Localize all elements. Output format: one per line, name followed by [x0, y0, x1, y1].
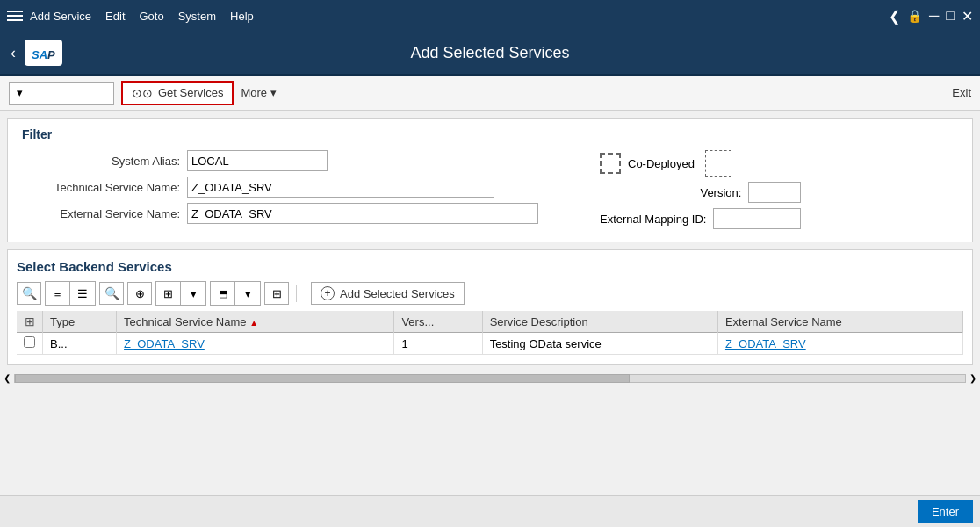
scroll-right-icon[interactable]: ❯ — [969, 373, 976, 383]
service-dropdown[interactable]: ▾ — [9, 82, 114, 105]
page-title: Add Selected Services — [410, 44, 569, 62]
toolbar: ▾ ⊙⊙ Get Services More ▾ Exit — [0, 76, 980, 111]
col-tech-name: Technical Service Name ▲ — [117, 311, 394, 333]
backend-toolbar: 🔍 ≡ ☰ 🔍 ⊕ ⊞ ▾ ⬒ ▾ ⊞ + Add Selected Servi… — [17, 281, 963, 306]
menu-goto[interactable]: Goto — [140, 10, 164, 23]
row-select-checkbox[interactable] — [24, 336, 35, 348]
sort-indicator: ▲ — [249, 318, 258, 328]
scroll-track[interactable] — [14, 374, 966, 383]
more-button[interactable]: More ▾ — [241, 86, 277, 99]
filter-content: System Alias: Technical Service Name: Ex… — [22, 150, 958, 229]
system-alias-label: System Alias: — [22, 155, 180, 168]
table-container: ⊞ Type Technical Service Name ▲ Vers... … — [17, 311, 963, 355]
list-view-button[interactable]: ≡ — [46, 282, 70, 305]
get-services-label: Get Services — [158, 86, 223, 99]
add-selected-services-button[interactable]: + Add Selected Services — [311, 282, 465, 305]
menu-system[interactable]: System — [178, 10, 216, 23]
export-button[interactable]: ⬒ — [211, 282, 235, 305]
version-row: Version: — [600, 182, 801, 203]
nav-back-icon[interactable]: ❮ — [889, 8, 900, 25]
menu-add-service[interactable]: Add Service — [30, 10, 91, 23]
export-group: ⬒ ▾ — [210, 281, 261, 306]
tech-service-input[interactable] — [187, 177, 494, 198]
menu-help[interactable]: Help — [230, 10, 254, 23]
backend-title: Select Backend Services — [17, 259, 963, 274]
sap-logo-area: ‹ SAP — [7, 40, 62, 66]
col-version: Vers... — [394, 311, 482, 333]
filter-right: Co-Deployed Version: External Mapping ID… — [573, 150, 801, 229]
co-deployed-checkbox[interactable] — [600, 153, 621, 174]
add-services-label: Add Selected Services — [340, 287, 455, 300]
tech-name-link[interactable]: Z_ODATA_SRV — [124, 337, 205, 350]
table-row: B... Z_ODATA_SRV 1 Testing OData service… — [17, 333, 963, 355]
hamburger-menu[interactable] — [7, 11, 23, 21]
version-label: Version: — [700, 186, 741, 199]
tech-service-label: Technical Service Name: — [22, 181, 180, 194]
export-chevron-button[interactable]: ▾ — [235, 282, 260, 305]
system-alias-row: System Alias: — [22, 150, 538, 171]
exit-button[interactable]: Exit — [952, 86, 971, 99]
ext-service-row: External Service Name: — [22, 203, 538, 224]
table-header-row: ⊞ Type Technical Service Name ▲ Vers... … — [17, 311, 963, 333]
ext-mapping-label: External Mapping ID: — [600, 213, 706, 226]
title-bar-controls: ❮ 🔒 ─ □ ✕ — [889, 8, 973, 25]
col-ext-name: External Service Name — [717, 311, 962, 333]
enter-button[interactable]: Enter — [918, 500, 973, 523]
menu-bar: Add Service Edit Goto System Help — [30, 10, 254, 23]
zoom-in-button[interactable]: ⊕ — [127, 282, 152, 305]
row-ext-name[interactable]: Z_ODATA_SRV — [717, 333, 962, 355]
more-label: More — [241, 86, 267, 99]
ext-service-input[interactable] — [187, 203, 538, 224]
scroll-left-icon[interactable]: ❮ — [4, 373, 11, 383]
close-icon[interactable]: ✕ — [962, 8, 973, 25]
filter-section: Filter System Alias: Technical Service N… — [7, 118, 973, 242]
row-type: B... — [43, 333, 117, 355]
filter-title: Filter — [22, 127, 958, 141]
co-deployed-label: Co-Deployed — [628, 157, 695, 170]
co-deployed-row: Co-Deployed — [600, 150, 801, 177]
title-bar-left: Add Service Edit Goto System Help — [7, 10, 254, 23]
view-toggle-group: ≡ ☰ — [45, 281, 96, 306]
sap-header: ‹ SAP Add Selected Services — [0, 32, 980, 76]
zoom-search-button[interactable]: 🔍 — [17, 282, 41, 305]
dropdown-chevron-icon: ▾ — [17, 86, 23, 99]
ext-name-link[interactable]: Z_ODATA_SRV — [725, 337, 806, 350]
select-all-header[interactable]: ⊞ — [17, 311, 43, 333]
ext-mapping-row: External Mapping ID: — [600, 208, 801, 229]
version-input[interactable] — [748, 182, 801, 203]
system-alias-input[interactable] — [187, 150, 328, 171]
h-scrollbar[interactable]: ❮ ❯ — [0, 372, 980, 384]
binoculars-icon: ⊙⊙ — [132, 86, 153, 100]
filter-button[interactable]: ⊞ — [156, 282, 181, 305]
row-description: Testing OData service — [482, 333, 717, 355]
filter-group: ⊞ ▾ — [155, 281, 206, 306]
search-button[interactable]: 🔍 — [99, 282, 124, 305]
plus-icon: + — [321, 286, 335, 300]
sap-logo: SAP — [25, 40, 62, 66]
detail-view-button[interactable]: ☰ — [70, 282, 95, 305]
services-table: ⊞ Type Technical Service Name ▲ Vers... … — [17, 311, 963, 355]
select-all-icon[interactable]: ⊞ — [25, 314, 35, 328]
tech-service-row: Technical Service Name: — [22, 177, 538, 198]
row-tech-name[interactable]: Z_ODATA_SRV — [117, 333, 394, 355]
co-deployed-box2 — [705, 150, 731, 177]
filter-left: System Alias: Technical Service Name: Ex… — [22, 150, 538, 229]
bottom-bar: Enter — [0, 495, 980, 527]
ext-service-label: External Service Name: — [22, 207, 180, 220]
nav-forward-icon[interactable]: 🔒 — [907, 9, 922, 23]
minimize-icon[interactable]: ─ — [929, 8, 939, 24]
title-bar: Add Service Edit Goto System Help ❮ 🔒 ─ … — [0, 0, 980, 32]
backend-section: Select Backend Services 🔍 ≡ ☰ 🔍 ⊕ ⊞ ▾ ⬒ … — [7, 249, 973, 365]
maximize-icon[interactable]: □ — [946, 8, 955, 24]
row-checkbox[interactable] — [17, 333, 43, 355]
menu-edit[interactable]: Edit — [105, 10, 125, 23]
grid-button[interactable]: ⊞ — [264, 282, 289, 305]
scroll-thumb[interactable] — [15, 374, 630, 383]
toolbar-left: ▾ ⊙⊙ Get Services More ▾ — [9, 81, 277, 105]
separator — [296, 285, 297, 302]
filter-chevron-button[interactable]: ▾ — [181, 282, 205, 305]
ext-mapping-input[interactable] — [713, 208, 801, 229]
back-button[interactable]: ‹ — [7, 40, 19, 66]
get-services-button[interactable]: ⊙⊙ Get Services — [121, 81, 234, 105]
col-type: Type — [43, 311, 117, 333]
